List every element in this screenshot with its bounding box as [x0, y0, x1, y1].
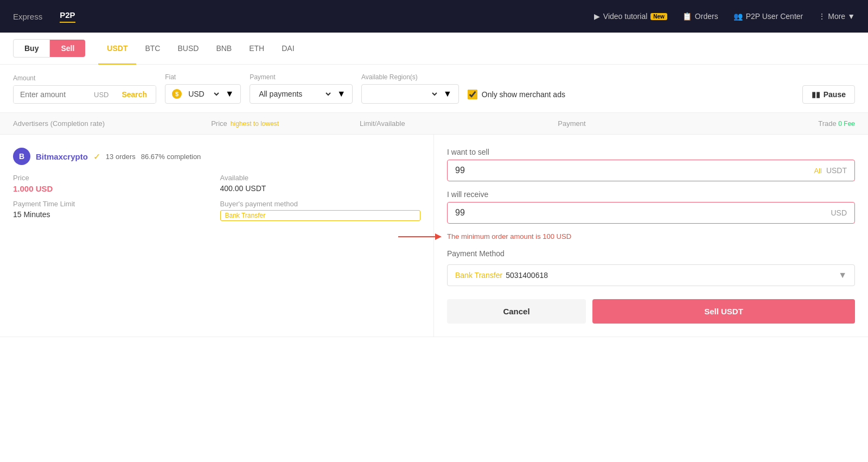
amount-input[interactable] [14, 86, 90, 103]
fee-zero-label: 0 Fee [838, 120, 855, 128]
new-badge: New [650, 13, 667, 20]
th-advertisers: Advertisers (Completion rate) [13, 119, 211, 128]
amount-suffix: USD [90, 86, 113, 103]
completion-rate: 86.67% completion [141, 153, 201, 161]
price-label: Price [13, 174, 214, 182]
coin-tab-usdt[interactable]: USDT [98, 33, 136, 65]
main-content: Buy Sell USDT BTC BUSD BNB ETH DAI Amoun… [0, 33, 868, 462]
region-select[interactable] [368, 89, 439, 99]
avatar: B [13, 148, 30, 165]
coin-tab-btc[interactable]: BTC [136, 33, 169, 65]
amount-input-wrap: USD Search [13, 85, 156, 104]
filters-section: Amount USD Search Fiat $ USD ▼ Payment A… [0, 65, 868, 112]
sell-amount-wrap: All USDT [447, 160, 855, 181]
orders-icon: 📋 [682, 12, 692, 21]
fiat-select[interactable]: USD [186, 89, 221, 99]
sell-input-right: All USDT [814, 166, 847, 175]
region-label: Available Region(s) [361, 73, 459, 81]
th-trade: Trade 0 Fee [756, 119, 855, 128]
ad-row: B Bitmaxcrypto ✓ 13 orders 86.67% comple… [0, 135, 868, 337]
receive-unit: USD [831, 208, 847, 217]
verified-icon: ✓ [93, 151, 100, 162]
nav-more[interactable]: ⋮ More ▼ [818, 12, 855, 21]
payment-filter-group: Payment All payments Bank Transfer ▼ [250, 73, 353, 104]
available-value: 400.00 USDT [220, 184, 421, 193]
time-label: Payment Time Limit [13, 200, 214, 208]
time-detail: Payment Time Limit 15 Minutes [13, 200, 214, 221]
payment-label: Payment [250, 73, 353, 81]
fiat-label: Fiat [165, 73, 241, 81]
nav-right-items: ▶ Video tutorial New 📋 Orders 👥 P2P User… [594, 12, 855, 21]
error-message: The minimum order amount is 100 USD [447, 232, 571, 241]
table-header: Advertisers (Completion rate) Price high… [0, 112, 868, 135]
search-button[interactable]: Search [113, 86, 156, 103]
sell-button[interactable]: Sell [50, 40, 85, 57]
nav-express[interactable]: Express [13, 12, 42, 21]
buyer-payment-detail: Buyer's payment method Bank Transfer [220, 200, 421, 221]
merchant-label[interactable]: Only show merchant ads [482, 90, 565, 99]
coin-tab-dai[interactable]: DAI [273, 33, 303, 65]
chevron-down-icon: ▼ [847, 12, 855, 21]
sell-usdt-button[interactable]: Sell USDT [592, 299, 855, 324]
coin-tab-bnb[interactable]: BNB [207, 33, 240, 65]
more-dots-icon: ⋮ [818, 12, 826, 21]
payment-chevron-icon: ▼ [337, 89, 346, 99]
payment-method-section: Payment Method Bank Transfer 5031400618 … [447, 249, 855, 286]
region-filter-group: Available Region(s) ▼ [361, 73, 459, 104]
ad-details: Price 1.000 USD Available 400.00 USDT Pa… [13, 174, 420, 221]
buy-button[interactable]: Buy [13, 39, 50, 58]
merchant-check-wrap: Only show merchant ads [468, 85, 565, 104]
th-payment: Payment [558, 119, 756, 128]
price-value: 1.000 USD [13, 184, 214, 193]
payment-tag: Bank Transfer [220, 210, 421, 221]
nav-video-tutorial[interactable]: ▶ Video tutorial New [594, 12, 667, 21]
sell-unit: USDT [826, 166, 847, 175]
region-chevron-icon: ▼ [443, 89, 452, 99]
nav-p2p-user-center[interactable]: 👥 P2P User Center [733, 12, 803, 21]
payment-method-label: Payment Method [447, 249, 855, 258]
payment-select-wrap[interactable]: All payments Bank Transfer ▼ [250, 84, 353, 104]
svg-marker-1 [435, 233, 442, 240]
fiat-filter-group: Fiat $ USD ▼ [165, 73, 241, 104]
cancel-button[interactable]: Cancel [447, 299, 586, 324]
th-price[interactable]: Price highest to lowest [211, 119, 360, 128]
payment-account: 5031400618 [506, 271, 548, 280]
users-icon: 👥 [733, 12, 743, 21]
pause-icon: ▮▮ [812, 90, 820, 99]
buyer-payment-label: Buyer's payment method [220, 200, 421, 208]
form-actions: Cancel Sell USDT [447, 299, 855, 324]
available-label: Available [220, 174, 421, 182]
sell-form: I want to sell All USDT I will receive [447, 148, 855, 324]
payment-method-name: Bank Transfer [455, 271, 502, 280]
coin-tab-busd[interactable]: BUSD [169, 33, 207, 65]
region-select-wrap[interactable]: ▼ [361, 84, 459, 104]
coin-tabs-section: Buy Sell USDT BTC BUSD BNB ETH DAI [0, 33, 868, 65]
receive-amount-wrap: USD [447, 202, 855, 224]
want-to-sell-label: I want to sell [447, 148, 855, 156]
coin-tab-eth[interactable]: ETH [240, 33, 273, 65]
ad-right-panel: I want to sell All USDT I will receive [434, 135, 868, 337]
order-count: 13 orders [106, 153, 136, 161]
arrow-right-icon [398, 230, 442, 243]
will-receive-label: I will receive [447, 190, 855, 199]
receive-amount-section: I will receive USD [447, 190, 855, 224]
ad-left-panel: B Bitmaxcrypto ✓ 13 orders 86.67% comple… [0, 135, 434, 337]
payment-select[interactable]: All payments Bank Transfer [257, 89, 333, 99]
sell-amount-input[interactable] [455, 166, 814, 175]
usd-icon: $ [172, 89, 182, 99]
payment-method-select[interactable]: Bank Transfer 5031400618 ▼ [447, 264, 855, 286]
all-link[interactable]: All [814, 167, 821, 175]
th-limit: Limit/Available [360, 119, 558, 128]
merchant-checkbox[interactable] [468, 90, 477, 99]
receive-amount-input[interactable] [455, 208, 831, 218]
nav-orders[interactable]: 📋 Orders [682, 12, 718, 21]
advertiser-name[interactable]: Bitmaxcrypto [36, 152, 88, 161]
time-value: 15 Minutes [13, 210, 214, 219]
sell-amount-section: I want to sell All USDT [447, 148, 855, 181]
sort-active-label: highest to lowest [231, 120, 279, 128]
fiat-select-wrap[interactable]: $ USD ▼ [165, 84, 241, 104]
pause-button[interactable]: ▮▮ Pause [802, 85, 855, 104]
buy-sell-group: Buy Sell [13, 33, 85, 64]
nav-p2p[interactable]: P2P [60, 10, 75, 23]
play-icon: ▶ [594, 12, 600, 21]
